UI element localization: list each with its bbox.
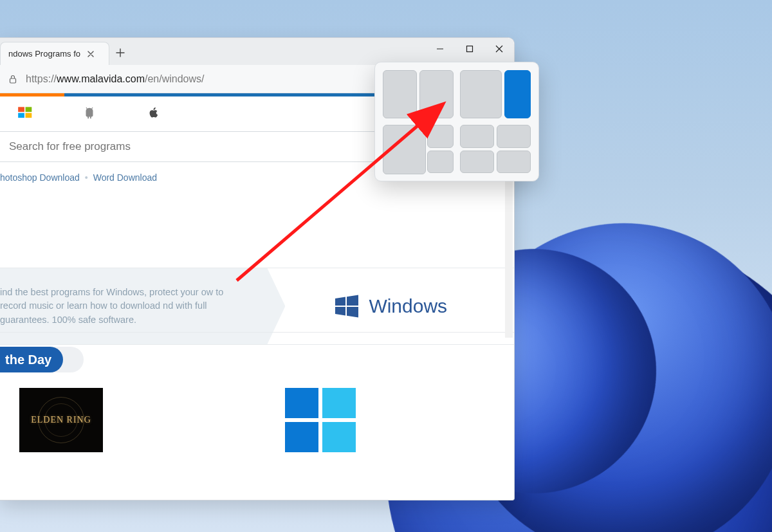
app-thumb-elden-ring: ELDEN RING (19, 388, 103, 452)
browser-tab[interactable]: ndows Programs fo (0, 42, 109, 65)
svg-rect-5 (18, 113, 24, 118)
day-section-header: the Day (0, 347, 84, 372)
day-section-label: the Day (5, 353, 51, 367)
tab-close-icon[interactable] (86, 49, 96, 59)
snap-layouts-popup (374, 62, 539, 181)
page-scrollbar[interactable] (505, 170, 513, 338)
svg-rect-3 (18, 107, 24, 112)
app-card-elden-ring[interactable]: ELDEN RING Elden Ring (19, 388, 103, 473)
new-tab-button[interactable] (109, 42, 131, 64)
minimize-button[interactable] (425, 38, 455, 60)
app-card-windows11[interactable]: Windows 11 (283, 388, 357, 473)
platform-apple-icon[interactable] (144, 104, 163, 121)
svg-rect-1 (10, 78, 16, 83)
site-info-lock-icon[interactable] (6, 73, 19, 86)
platform-android-icon[interactable] (80, 104, 99, 121)
url-path: /en/windows/ (145, 73, 205, 84)
svg-rect-4 (26, 107, 32, 112)
svg-rect-6 (26, 113, 32, 118)
section-heading-label: Windows (369, 295, 447, 317)
snap-layout-wide-narrow[interactable] (460, 70, 531, 118)
url-host: www.malavida.com (57, 73, 145, 84)
maximize-button[interactable] (455, 38, 484, 60)
platform-windows-icon[interactable] (15, 104, 35, 121)
svg-rect-0 (467, 46, 473, 52)
quicklink-photoshop[interactable]: hotoshop Download (0, 172, 80, 183)
windows-logo-icon (334, 293, 360, 319)
apps-row: ELDEN RING Elden Ring Windows 11 (0, 372, 514, 473)
blank-space (0, 190, 514, 268)
snap-layout-left-stack[interactable] (383, 125, 454, 173)
tab-title: ndows Programs fo (8, 49, 80, 59)
separator-dot: • (85, 172, 88, 183)
quicklink-word[interactable]: Word Download (93, 172, 157, 183)
close-button[interactable] (484, 38, 514, 60)
window-controls (425, 38, 514, 60)
snap-layout-half-half[interactable] (383, 70, 454, 118)
section-heading-windows: Windows (267, 293, 514, 319)
snap-layout-quad[interactable] (460, 125, 531, 173)
browser-titlebar: ndows Programs fo (0, 38, 514, 65)
url-scheme: https:// (26, 73, 57, 84)
snap-cell-selected[interactable] (504, 70, 531, 118)
windows11-logo-icon (285, 388, 356, 452)
